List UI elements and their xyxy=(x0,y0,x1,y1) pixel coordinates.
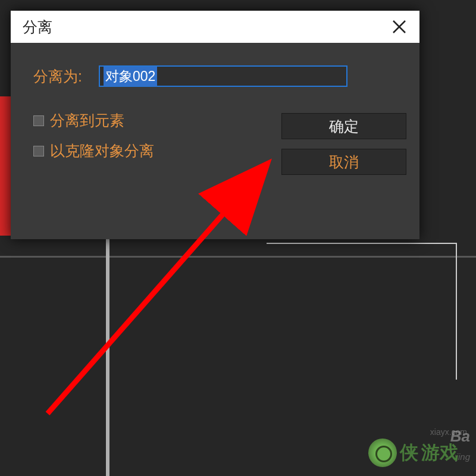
dialog-buttons: 确定 取消 xyxy=(281,113,406,175)
name-row: 分离为: 对象002 xyxy=(33,65,408,87)
watermark-jingyan: jing xyxy=(456,452,470,462)
detach-as-label: 分离为: xyxy=(33,67,82,86)
watermark-game: 侠 游戏 xyxy=(368,439,458,467)
dialog-content: 分离为: 对象002 分离到元素 以克隆对象分离 确定 取消 xyxy=(11,43,419,239)
close-icon[interactable] xyxy=(388,15,411,38)
checkbox-icon xyxy=(33,115,44,126)
cancel-button-label: 取消 xyxy=(329,152,359,172)
cancel-button[interactable]: 取消 xyxy=(281,149,406,175)
checkbox-label: 以克隆对象分离 xyxy=(50,141,154,161)
checkbox-icon xyxy=(33,146,44,156)
detach-dialog: 分离 分离为: 对象002 分离到元素 以克隆对象分离 xyxy=(11,11,419,239)
bg-edge-line xyxy=(106,226,109,476)
detach-name-input[interactable]: 对象002 xyxy=(99,65,347,87)
checkbox-label: 分离到元素 xyxy=(50,111,124,130)
checkbox-group: 分离到元素 以克隆对象分离 xyxy=(33,111,154,171)
detach-name-value: 对象002 xyxy=(104,67,157,86)
game-logo-icon xyxy=(368,439,397,467)
dialog-title: 分离 xyxy=(23,17,52,37)
detach-as-clone-checkbox[interactable]: 以克隆对象分离 xyxy=(33,141,154,161)
bg-object-outline xyxy=(267,243,457,380)
watermark-game-brand: 侠 xyxy=(400,440,418,465)
watermark-game-text: 游戏 xyxy=(421,440,458,465)
confirm-button-label: 确定 xyxy=(329,117,359,136)
confirm-button[interactable]: 确定 xyxy=(281,113,406,139)
detach-to-element-checkbox[interactable]: 分离到元素 xyxy=(33,111,154,130)
dialog-titlebar: 分离 xyxy=(11,11,419,43)
